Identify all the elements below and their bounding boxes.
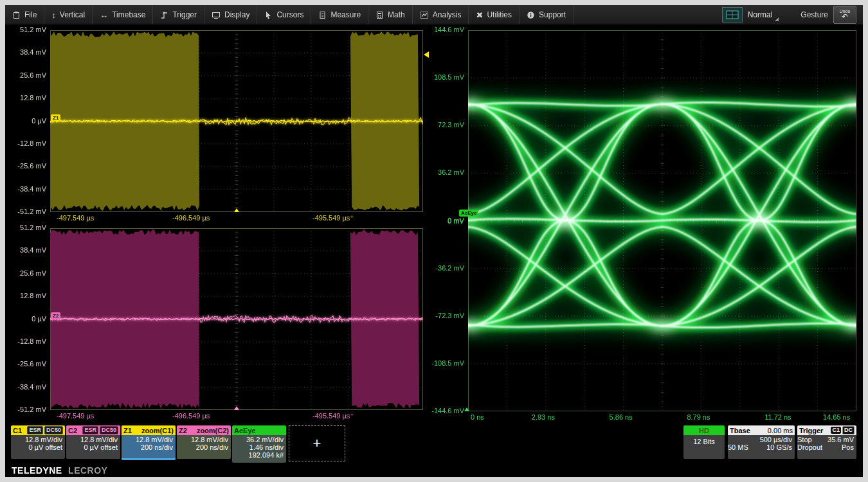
- channel-descriptor-c2[interactable]: C2 ESR DC50 12.8 mV/div 0 µV offset: [66, 425, 120, 459]
- trace-id: Z2: [179, 427, 187, 434]
- axis-tick-label: -51.2 mV: [5, 208, 46, 215]
- trigger-status-box[interactable]: Trigger C1 DC Stop 35.6 mV Dropout Pos: [797, 425, 856, 459]
- trace-id: Z1: [123, 427, 132, 434]
- axis-tick-label: 36.2 mV: [5, 168, 464, 176]
- axis-tick-label: -108.5 mV: [5, 359, 464, 367]
- menu-display[interactable]: Display: [204, 5, 257, 24]
- channel-id: C2: [68, 427, 77, 434]
- trace-descriptor-z1[interactable]: Z1 zoom(C1) 12.8 mV/div 200 ns/div: [122, 425, 176, 460]
- menu-label: Display: [224, 10, 249, 19]
- trigger-mode: Stop: [797, 436, 812, 443]
- eye-diagram-plot[interactable]: [468, 30, 856, 411]
- menu-label: Trigger: [172, 10, 197, 19]
- axis-tick-label: -38.4 mV: [5, 185, 46, 193]
- axis-tick-label: 12.8 mV: [5, 94, 46, 102]
- axis-tick-label: 108.5 mV: [5, 73, 464, 81]
- channel-id: C1: [13, 427, 22, 434]
- menu-label: File: [24, 10, 37, 19]
- vdiv-value: 12.8 mV/div: [11, 436, 62, 443]
- menu-support[interactable]: Support: [520, 5, 574, 24]
- z2-trigger-time-marker[interactable]: [234, 406, 239, 410]
- vertical-arrows-icon: ↕: [51, 11, 56, 19]
- grid-display-icon: [722, 7, 743, 22]
- axis-tick-label: 8.79 ns: [687, 413, 710, 421]
- offset-value: 0 µV offset: [66, 443, 118, 451]
- z2-offset-badge[interactable]: Z2: [51, 312, 60, 319]
- axis-tick-label: -36.2 mV: [5, 264, 464, 272]
- add-trace-button[interactable]: +: [289, 425, 345, 461]
- menu-file[interactable]: File: [5, 5, 44, 24]
- vdiv-value: 12.8 mV/div: [177, 436, 228, 443]
- axis-tick-label: 0 ns: [471, 413, 484, 421]
- trace-descriptor-aeeye[interactable]: AeEye 36.2 mV/div 1.46 ns/div 192.094 k#: [232, 425, 286, 463]
- z1-trigger-time-marker[interactable]: [234, 208, 239, 212]
- cursor-icon: [264, 11, 273, 19]
- trace-id: AeEye: [234, 427, 256, 434]
- axis-tick-label: 38.4 mV: [5, 246, 46, 254]
- eye-zero-label: 0 mV: [448, 217, 464, 225]
- analysis-chart-icon: [420, 11, 429, 19]
- tdiv-value: 1.46 ns/div: [232, 443, 284, 451]
- trace-source: zoom(C1): [141, 427, 174, 434]
- trigger-label: Trigger: [799, 427, 823, 434]
- eye-time-marker[interactable]: [464, 407, 469, 411]
- plus-icon: +: [313, 435, 321, 452]
- vdiv-value: 12.8 mV/div: [66, 436, 118, 443]
- menu-measure[interactable]: Measure: [311, 5, 368, 24]
- vdiv-value: 36.2 mV/div: [232, 436, 284, 443]
- coupling-badge: DC50: [100, 426, 118, 434]
- horizontal-arrows-icon: ↔: [100, 11, 108, 19]
- menu-label: Cursors: [276, 10, 303, 19]
- tbase-per-div: 500 µs/div: [728, 436, 792, 443]
- menu-analysis[interactable]: Analysis: [413, 5, 469, 24]
- measure-icon: [318, 11, 327, 19]
- timebase-status-box[interactable]: Tbase 0.00 ms 500 µs/div 50 MS 10 GS/s: [728, 425, 795, 459]
- undo-button[interactable]: Undo ↶: [833, 6, 856, 24]
- menu-timebase[interactable]: ↔ Timebase: [93, 5, 153, 24]
- view-mode-button[interactable]: Normal: [722, 7, 779, 22]
- hd-status-box[interactable]: HD 12 Bits: [683, 425, 725, 459]
- menu-spacer: [574, 5, 722, 24]
- menu-label: Analysis: [433, 10, 462, 19]
- chevron-corner-icon: [775, 17, 779, 21]
- offset-value: 0 µV offset: [11, 443, 62, 451]
- axis-tick-label: 12.8 mV: [5, 292, 46, 299]
- menu-cursors[interactable]: Cursors: [257, 5, 311, 24]
- coupling-badge: DC50: [44, 426, 63, 434]
- menu-bar: File ↕ Vertical ↔ Timebase Trigger Displ…: [5, 5, 863, 25]
- tdiv-value: 200 ns/div: [122, 443, 173, 451]
- tbase-memory: 50 MS: [728, 443, 748, 451]
- menu-label: Math: [388, 10, 405, 19]
- axis-tick-label: -12.8 mV: [5, 139, 46, 147]
- hd-label: HD: [699, 427, 709, 434]
- channel-descriptor-c1[interactable]: C1 ESR DC50 12.8 mV/div 0 µV offset: [11, 425, 65, 459]
- axis-tick-label: 11.72 ns: [764, 413, 791, 421]
- menu-math[interactable]: Math: [368, 5, 413, 24]
- menu-label: Vertical: [60, 10, 85, 19]
- trace-descriptor-z2[interactable]: Z2 zoom(C2) 12.8 mV/div 200 ns/div: [177, 425, 231, 459]
- z1-offset-badge[interactable]: Z1: [51, 114, 60, 121]
- menu-utilities[interactable]: ✖ Utilities: [469, 5, 520, 24]
- trigger-edge-icon: [160, 11, 168, 19]
- menu-label: Utilities: [487, 10, 512, 19]
- trigger-type: Dropout: [797, 443, 822, 451]
- z1-trigger-level-marker[interactable]: [424, 51, 429, 58]
- axis-tick-label: 14.65 ns: [823, 413, 850, 421]
- brand-primary: TELEDYNE: [12, 465, 62, 476]
- frame-count-value: 192.094 k#: [232, 451, 284, 459]
- axis-tick-label: 0 mV: [5, 217, 464, 224]
- oscilloscope-app: File ↕ Vertical ↔ Timebase Trigger Displ…: [5, 5, 863, 477]
- esr-badge: ESR: [82, 426, 98, 434]
- menu-vertical[interactable]: ↕ Vertical: [44, 5, 93, 24]
- undo-arrow-icon: ↶: [842, 13, 848, 21]
- trace-source: zoom(C2): [197, 427, 229, 434]
- eye-offset-badge[interactable]: AeEye: [459, 210, 478, 217]
- menu-trigger[interactable]: Trigger: [153, 5, 204, 24]
- tbase-label: Tbase: [730, 427, 750, 434]
- math-calculator-icon: [375, 11, 384, 19]
- axis-tick-label: 51.2 mV: [5, 224, 46, 231]
- axis-tick-label: -12.8 mV: [5, 337, 46, 345]
- menu-label: Support: [539, 10, 566, 19]
- trigger-source-badge: C1: [831, 427, 841, 434]
- tbase-offset: 0.00 ms: [768, 427, 793, 434]
